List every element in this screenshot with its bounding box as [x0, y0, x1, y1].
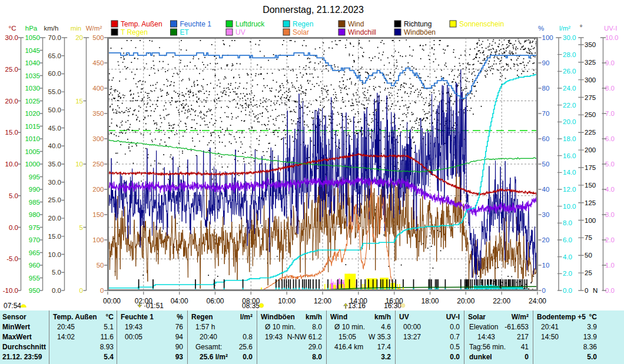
svg-text:275: 275	[585, 94, 596, 101]
svg-text:UV-I: UV-I	[604, 25, 617, 32]
svg-text:965: 965	[29, 249, 40, 256]
svg-text:UV: UV	[235, 28, 245, 36]
svg-text:20.0: 20.0	[5, 98, 18, 105]
svg-text:15.0: 15.0	[5, 129, 18, 136]
svg-text:20:40: 20:40	[200, 333, 217, 341]
svg-text:970: 970	[29, 236, 40, 243]
svg-text:416.4 km: 416.4 km	[334, 343, 363, 351]
svg-text:-10.0: -10.0	[3, 287, 18, 294]
svg-text:Donnerstag, 21.12.2023: Donnerstag, 21.12.2023	[263, 5, 364, 15]
svg-text:12.0: 12.0	[563, 186, 576, 193]
svg-text:9.0: 9.0	[605, 59, 615, 66]
svg-text:0.0: 0.0	[563, 287, 572, 294]
svg-text:0.0: 0.0	[9, 224, 18, 231]
svg-text:Regen: Regen	[293, 20, 313, 28]
svg-text:W 35.3: W 35.3	[369, 333, 391, 341]
svg-text:00:00: 00:00	[103, 297, 121, 305]
svg-text:1045: 1045	[25, 47, 40, 54]
svg-text:450: 450	[92, 59, 104, 66]
svg-text:Windböen: Windböen	[404, 28, 436, 36]
svg-text:125: 125	[585, 199, 596, 206]
svg-text:300: 300	[92, 135, 104, 142]
svg-text:8.0: 8.0	[563, 219, 572, 226]
svg-text:Regen: Regen	[191, 313, 213, 321]
svg-text:12:00: 12:00	[314, 297, 331, 305]
svg-text:80: 80	[542, 85, 550, 92]
svg-text:ET: ET	[180, 28, 190, 36]
svg-text:W/m²: W/m²	[86, 25, 102, 32]
svg-text:14.0: 14.0	[563, 169, 576, 176]
svg-text:60: 60	[542, 135, 550, 142]
svg-text:Feuchte 1: Feuchte 1	[180, 20, 212, 28]
svg-text:30.0: 30.0	[5, 34, 18, 41]
svg-text:Temp. Außen: Temp. Außen	[121, 20, 162, 28]
svg-text:1030: 1030	[25, 85, 40, 92]
svg-text:50.0: 50.0	[48, 106, 61, 113]
svg-text:0: 0	[585, 287, 588, 294]
svg-text:40: 40	[542, 186, 550, 193]
svg-text:45.0: 45.0	[48, 125, 61, 132]
svg-text:0.5: 0.5	[450, 343, 460, 351]
svg-text:Durchschnitt: Durchschnitt	[2, 343, 46, 351]
svg-text:990: 990	[29, 186, 40, 193]
svg-text:0: 0	[100, 287, 104, 294]
svg-text:150: 150	[92, 211, 104, 218]
svg-text:Solar: Solar	[293, 28, 309, 36]
svg-text:13.9: 13.9	[583, 333, 598, 341]
svg-text:0.0: 0.0	[243, 353, 253, 361]
svg-text:975: 975	[29, 224, 40, 231]
svg-text:250: 250	[92, 161, 104, 168]
svg-text:50: 50	[542, 161, 550, 168]
svg-text:km/h: km/h	[306, 313, 322, 321]
svg-text:1:57 h: 1:57 h	[195, 323, 215, 331]
svg-text:25.0: 25.0	[48, 196, 61, 203]
svg-text:8.0: 8.0	[605, 85, 615, 92]
svg-text:0.0: 0.0	[450, 323, 460, 331]
svg-text:10.0: 10.0	[48, 251, 61, 258]
svg-text:10.0: 10.0	[605, 34, 618, 41]
svg-text:hPa: hPa	[25, 25, 38, 32]
svg-text:22:00: 22:00	[493, 297, 510, 305]
svg-text:MinWert: MinWert	[2, 323, 30, 331]
svg-text:20: 20	[75, 34, 83, 41]
svg-text:-5.0: -5.0	[6, 255, 18, 262]
svg-text:Solar: Solar	[468, 313, 486, 321]
svg-text:25.6: 25.6	[239, 343, 253, 351]
svg-text:22.0: 22.0	[563, 102, 576, 109]
svg-text:0.7: 0.7	[450, 333, 460, 341]
svg-text:55.0: 55.0	[48, 88, 61, 95]
svg-text:%: %	[538, 25, 544, 32]
svg-text:250: 250	[585, 111, 596, 118]
svg-text:5.4: 5.4	[104, 353, 114, 361]
svg-text:6.0: 6.0	[605, 135, 615, 142]
svg-text:1035: 1035	[25, 72, 40, 79]
svg-text:2.0: 2.0	[605, 236, 615, 243]
svg-text:UV-I: UV-I	[446, 313, 460, 321]
svg-text:Bodentemp +5: Bodentemp +5	[537, 313, 586, 321]
svg-text:90: 90	[542, 59, 550, 66]
svg-text:10: 10	[75, 161, 83, 168]
svg-text:217: 217	[517, 333, 529, 341]
svg-text:00:05: 00:05	[125, 333, 142, 341]
svg-text:400: 400	[92, 85, 104, 92]
svg-text:960: 960	[29, 262, 40, 269]
svg-text:5.0: 5.0	[587, 353, 597, 361]
svg-text:Luftdruck: Luftdruck	[235, 20, 265, 28]
svg-text:l/m²: l/m²	[240, 313, 253, 321]
svg-text:Ø 10 min.: Ø 10 min.	[334, 323, 365, 331]
svg-text:19:43: 19:43	[125, 323, 142, 331]
svg-text:50: 50	[585, 252, 592, 259]
svg-text:985: 985	[29, 199, 40, 206]
svg-text:1005: 1005	[25, 148, 40, 155]
svg-text:15.0: 15.0	[48, 233, 61, 240]
svg-text:Windchill: Windchill	[348, 28, 376, 36]
svg-text:1010: 1010	[25, 135, 40, 142]
svg-text:5.0: 5.0	[52, 269, 61, 276]
svg-text:Sonnenschein: Sonnenschein	[459, 20, 504, 28]
svg-text:30: 30	[542, 211, 550, 218]
svg-text:°C: °C	[9, 25, 16, 32]
svg-text:995: 995	[29, 173, 40, 181]
svg-text:1040: 1040	[25, 59, 40, 66]
svg-text:19:43: 19:43	[265, 333, 283, 341]
svg-text:15: 15	[75, 98, 83, 105]
